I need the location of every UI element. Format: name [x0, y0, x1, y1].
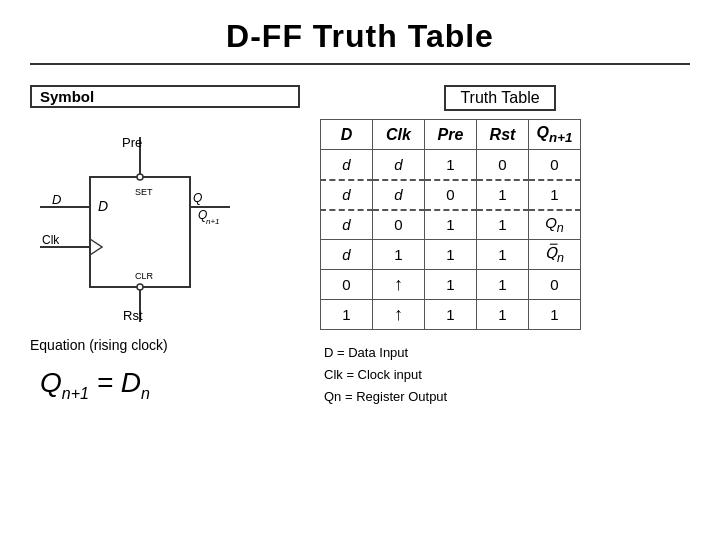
table-row: dd011: [321, 180, 581, 210]
table-cell: 0: [529, 150, 581, 180]
left-panel: Symbol D D Clk Q: [30, 85, 300, 408]
table-cell: d: [373, 180, 425, 210]
page-title: D-FF Truth Table: [0, 0, 720, 63]
equation-label: Equation (rising clock): [30, 337, 300, 353]
table-cell: 0: [529, 270, 581, 300]
table-cell: 1: [425, 300, 477, 330]
table-cell: 1: [477, 210, 529, 240]
table-cell: d: [321, 210, 373, 240]
table-cell: 1: [529, 180, 581, 210]
svg-text:Clk: Clk: [42, 233, 60, 247]
col-header-d: D: [321, 120, 373, 150]
svg-text:SET: SET: [135, 187, 153, 197]
truth-table: D Clk Pre Rst Qn+1 dd100dd011d011Qnd111Q…: [320, 119, 581, 330]
svg-text:Pre: Pre: [122, 135, 142, 150]
svg-text:D: D: [52, 192, 61, 207]
col-header-q: Qn+1: [529, 120, 581, 150]
legend-item: Qn = Register Output: [324, 386, 447, 408]
table-cell: 0: [321, 270, 373, 300]
table-row: d011Qn: [321, 210, 581, 240]
table-row: d111Q̅n: [321, 240, 581, 270]
table-cell: 1: [425, 210, 477, 240]
table-cell: 1: [425, 270, 477, 300]
table-cell: ↑: [373, 300, 425, 330]
table-cell: 1: [321, 300, 373, 330]
svg-point-14: [137, 174, 143, 180]
equation-formula: Qn+1 = Dn: [40, 367, 300, 403]
truth-table-label: Truth Table: [444, 85, 555, 111]
col-header-clk: Clk: [373, 120, 425, 150]
ff-diagram: D D Clk Q SET Q n+1 CLR: [30, 127, 260, 327]
table-cell: Q̅n: [529, 240, 581, 270]
svg-point-17: [137, 284, 143, 290]
table-cell: 1: [477, 240, 529, 270]
table-cell: d: [321, 240, 373, 270]
table-cell: ↑: [373, 270, 425, 300]
table-cell: 1: [425, 240, 477, 270]
table-cell: d: [373, 150, 425, 180]
table-cell: Qn: [529, 210, 581, 240]
table-cell: 1: [477, 300, 529, 330]
table-row: 1↑111: [321, 300, 581, 330]
right-panel: Truth Table D Clk Pre Rst Qn+1 dd100dd01…: [310, 85, 690, 408]
table-cell: 1: [425, 150, 477, 180]
table-cell: 1: [477, 180, 529, 210]
svg-text:Rst: Rst: [123, 308, 143, 323]
table-row: dd100: [321, 150, 581, 180]
table-cell: 1: [477, 270, 529, 300]
col-header-rst: Rst: [477, 120, 529, 150]
svg-text:n+1: n+1: [206, 217, 220, 226]
legend-item: D = Data Input: [324, 342, 447, 364]
table-cell: 0: [425, 180, 477, 210]
table-cell: 1: [373, 240, 425, 270]
table-cell: 0: [477, 150, 529, 180]
table-header-row: D Clk Pre Rst Qn+1: [321, 120, 581, 150]
symbol-label: Symbol: [30, 85, 300, 108]
svg-text:CLR: CLR: [135, 271, 154, 281]
col-header-pre: Pre: [425, 120, 477, 150]
table-row: 0↑110: [321, 270, 581, 300]
table-cell: 0: [373, 210, 425, 240]
legend: D = Data InputClk = Clock inputQn = Regi…: [324, 342, 447, 408]
svg-text:D: D: [98, 198, 108, 214]
legend-item: Clk = Clock input: [324, 364, 447, 386]
table-cell: d: [321, 180, 373, 210]
content-area: Symbol D D Clk Q: [0, 75, 720, 408]
table-cell: d: [321, 150, 373, 180]
title-divider: [30, 63, 690, 65]
svg-text:Q: Q: [193, 191, 202, 205]
table-cell: 1: [529, 300, 581, 330]
ff-symbol-svg: D D Clk Q SET Q n+1 CLR: [30, 127, 260, 327]
